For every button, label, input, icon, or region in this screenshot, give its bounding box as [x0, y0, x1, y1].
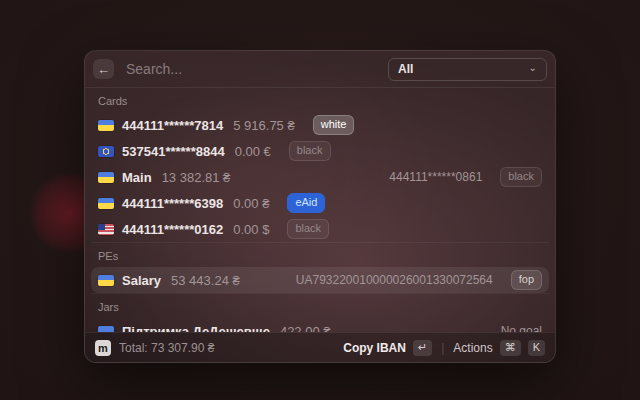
- item-amount: 53 443.24 ₴: [171, 273, 240, 288]
- flag-icon: [98, 146, 114, 157]
- item-title: 444111******7814: [122, 118, 223, 133]
- actions-button[interactable]: Actions: [453, 341, 492, 355]
- item-amount: 13 382.81 ₴: [162, 170, 231, 185]
- footer-bar: m Total: 73 307.90 ₴ Copy IBAN ↵ | Actio…: [85, 332, 555, 362]
- section-rows: Salary 53 443.24 ₴ UA7932200100000260013…: [91, 267, 549, 293]
- section-header: PEs: [91, 243, 549, 267]
- list-item[interactable]: 444111******6398 0.00 ₴ eAid: [91, 190, 549, 216]
- item-amount: 422.00 ₴: [280, 324, 331, 333]
- section-header: Jars: [91, 294, 549, 318]
- list-item[interactable]: Main 13 382.81 ₴ 444111******0861 black: [91, 164, 549, 190]
- cmd-key-icon: ⌘: [500, 340, 521, 356]
- enter-key-icon: ↵: [413, 340, 432, 356]
- copy-iban-button[interactable]: Copy IBAN: [343, 341, 406, 355]
- list-item[interactable]: 537541******8844 0.00 € black: [91, 138, 549, 164]
- flag-icon: [98, 172, 114, 183]
- item-badge: white: [313, 115, 355, 135]
- item-badge: black: [287, 219, 329, 239]
- item-title: Main: [122, 170, 152, 185]
- section: Jars Підтримка ДеДешевше 422.00 ₴ No goa…: [91, 293, 549, 332]
- item-title: Salary: [122, 273, 161, 288]
- section: PEs Salary 53 443.24 ₴ UA793220010000026…: [91, 242, 549, 293]
- item-badge: eAid: [287, 193, 325, 213]
- item-badge: black: [500, 167, 542, 187]
- flag-icon: [98, 275, 114, 286]
- chevron-down-icon: ⌄: [529, 62, 537, 73]
- results-list: Cards 444111******7814 5 916.75 ₴ white …: [85, 88, 555, 332]
- item-secondary-text: No goal: [501, 324, 542, 332]
- section-rows: 444111******7814 5 916.75 ₴ white 537541…: [91, 112, 549, 242]
- command-palette-window: ← All ⌄ Cards 444111******7814 5 916.75 …: [84, 50, 556, 363]
- k-key-icon: K: [528, 340, 545, 356]
- item-secondary-text: UA793220010000026001330072564: [296, 273, 493, 287]
- search-bar: ← All ⌄: [85, 51, 555, 88]
- item-badge: black: [289, 141, 331, 161]
- list-item[interactable]: 444111******0162 0.00 $ black: [91, 216, 549, 242]
- item-amount: 0.00 ₴: [233, 196, 269, 211]
- item-amount: 0.00 $: [233, 222, 269, 237]
- back-button[interactable]: ←: [93, 59, 114, 79]
- list-item[interactable]: 444111******7814 5 916.75 ₴ white: [91, 112, 549, 138]
- item-title: 444111******0162: [122, 222, 223, 237]
- flag-icon: [98, 198, 114, 209]
- item-secondary-text: 444111******0861: [389, 170, 482, 184]
- item-badge: fop: [511, 270, 542, 290]
- section-header: Cards: [91, 88, 549, 112]
- item-amount: 5 916.75 ₴: [233, 118, 294, 133]
- total-balance: Total: 73 307.90 ₴: [119, 341, 214, 355]
- footer-separator: |: [441, 341, 444, 355]
- footer-actions: Copy IBAN ↵ | Actions ⌘ K: [343, 340, 545, 356]
- flag-icon: [98, 224, 114, 235]
- section-rows: Підтримка ДеДешевше 422.00 ₴ No goal: [91, 318, 549, 332]
- filter-dropdown[interactable]: All ⌄: [388, 58, 547, 81]
- item-title: 444111******6398: [122, 196, 223, 211]
- item-amount: 0.00 €: [235, 144, 271, 159]
- item-title: Підтримка ДеДешевше: [122, 324, 270, 333]
- flag-icon: [98, 120, 114, 131]
- list-item[interactable]: Підтримка ДеДешевше 422.00 ₴ No goal: [91, 318, 549, 332]
- item-title: 537541******8844: [122, 144, 225, 159]
- list-item[interactable]: Salary 53 443.24 ₴ UA7932200100000260013…: [91, 267, 549, 293]
- search-input[interactable]: [124, 60, 378, 78]
- filter-dropdown-value: All: [398, 62, 523, 76]
- section: Cards 444111******7814 5 916.75 ₴ white …: [91, 88, 549, 242]
- monobank-logo-icon: m: [95, 340, 111, 356]
